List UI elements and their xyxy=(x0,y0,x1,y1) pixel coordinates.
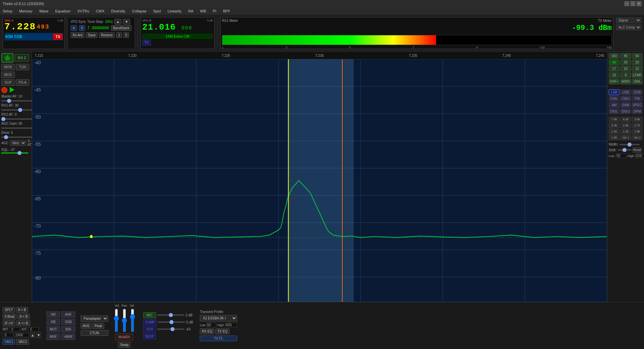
menu-pi[interactable]: PI xyxy=(212,8,218,14)
multirx-btn[interactable]: MultiRX xyxy=(115,334,133,341)
filter-3-3k[interactable]: 3.3k xyxy=(609,123,619,128)
vox-button[interactable]: VOX xyxy=(143,326,156,332)
low-input-right[interactable] xyxy=(616,154,627,158)
sql-slider[interactable] xyxy=(1,152,28,154)
filter-1k[interactable]: 1.0k xyxy=(609,135,619,140)
tx-fl-btn[interactable]: TX FL xyxy=(200,336,237,341)
filter-3-6k[interactable]: 3.6k xyxy=(632,117,643,122)
menu-bpf[interactable]: BPF xyxy=(222,8,231,14)
menu-spot[interactable]: Spot xyxy=(152,8,162,14)
menu-wave[interactable]: Wave xyxy=(38,8,50,14)
tun-button[interactable]: TUN xyxy=(16,64,29,70)
band-80[interactable]: 80 xyxy=(620,53,631,59)
mode-fm[interactable]: FM xyxy=(632,96,643,102)
mode-am[interactable]: AM xyxy=(609,102,619,108)
a-o-b-btn[interactable]: A <> B xyxy=(16,320,30,326)
minimize-btn[interactable]: ─ xyxy=(624,1,629,6)
signal-select[interactable]: Signal xyxy=(616,17,641,23)
menu-equalizer[interactable]: Equalizer xyxy=(54,8,72,14)
band-wwv[interactable]: WWV xyxy=(620,79,631,84)
menu-wb[interactable]: WB xyxy=(199,8,207,14)
dexp-button[interactable]: DEXP xyxy=(143,334,156,339)
band-vhf[interactable]: VHF+ xyxy=(609,79,619,84)
avg-btn[interactable]: AVG xyxy=(81,323,91,329)
vox-slider[interactable] xyxy=(157,328,184,330)
reset-button[interactable]: Reset xyxy=(633,147,642,153)
mode-sam[interactable]: SAM xyxy=(620,102,631,108)
vfo-b-sync-btn[interactable]: B xyxy=(79,25,85,31)
filter-var2[interactable]: Var 2 xyxy=(632,135,643,140)
band-stack-btn[interactable]: BandStack xyxy=(111,25,131,31)
band-30[interactable]: 30 xyxy=(620,60,631,65)
mode-digl[interactable]: DIGL xyxy=(609,109,619,114)
vfo-a-frequency[interactable]: 7.228 493 xyxy=(4,22,63,32)
filter-2-7k[interactable]: 2.7k xyxy=(632,123,643,128)
mnf-btn[interactable]: MNF xyxy=(46,334,61,340)
high-input-right[interactable] xyxy=(635,154,644,158)
filter-2-1k[interactable]: 2.1k xyxy=(620,129,631,134)
nb-btn[interactable]: NB xyxy=(46,319,61,325)
peak-btn[interactable]: Peak xyxy=(92,323,104,329)
rx-eq-btn[interactable]: RX EQ xyxy=(200,328,214,334)
band-12[interactable]: 12 xyxy=(632,66,643,72)
band-15[interactable]: 15 xyxy=(620,66,631,72)
beat-btn[interactable]: 0 Beat xyxy=(3,314,16,319)
menu-ra[interactable]: RA xyxy=(187,8,195,14)
alc-select[interactable]: ALC Comp xyxy=(616,25,641,30)
anf-btn[interactable]: ANF xyxy=(61,311,75,318)
power-button[interactable]: ⏻ xyxy=(1,53,13,63)
plus-mnf-btn[interactable]: +MNF xyxy=(61,334,75,340)
a-lt-b-btn[interactable]: A < B xyxy=(17,314,30,319)
close-btn[interactable]: ✕ xyxy=(637,1,641,6)
filter-7k[interactable]: 7.0k xyxy=(609,117,619,122)
vac2-btn[interactable]: VAC2 xyxy=(16,339,29,345)
rx-ant-btn[interactable]: Rx Ant xyxy=(71,32,84,38)
comp-button[interactable]: COMP xyxy=(143,319,157,325)
menu-diversity[interactable]: Diversity xyxy=(110,8,127,14)
dup-button[interactable]: DUP xyxy=(1,79,15,86)
rit-value[interactable] xyxy=(9,327,20,332)
shift-slider[interactable] xyxy=(618,149,631,151)
filter-var1[interactable]: Var 1 xyxy=(620,135,631,140)
splt-btn[interactable]: SPLT xyxy=(3,307,15,313)
mode-cwu[interactable]: CWU xyxy=(620,96,631,102)
mut-btn[interactable]: MUT xyxy=(46,326,61,333)
pan-slider-vert[interactable] xyxy=(122,309,127,332)
agc-select[interactable]: MedSlowFast xyxy=(10,140,26,146)
menu-linearity[interactable]: Linearity xyxy=(166,8,183,14)
mic-button[interactable]: MIC xyxy=(143,312,156,318)
restore-btn[interactable]: Restore xyxy=(99,32,115,38)
vac1-btn[interactable]: VAC1 xyxy=(3,339,15,345)
filter-2-9k[interactable]: 2.9k xyxy=(620,123,631,128)
mode-usb[interactable]: USB xyxy=(620,89,631,95)
spectrum-grid[interactable]: -40 -45 -50 -55 -60 -65 -70 -75 -80 xyxy=(32,59,607,302)
filter-1-8k[interactable]: 1.8k xyxy=(632,129,643,134)
high-tx-input[interactable] xyxy=(225,323,237,327)
comp-slider[interactable] xyxy=(158,321,185,323)
band-60[interactable]: 60 xyxy=(632,53,643,59)
mode-dsb[interactable]: DSB xyxy=(632,89,643,95)
bw-input[interactable] xyxy=(15,333,29,337)
swap-btn[interactable]: Swap xyxy=(118,342,130,348)
vfo-b-tx-btn[interactable]: TX xyxy=(142,40,151,45)
panadapter-select[interactable]: Panadapter Waterfall xyxy=(81,315,108,322)
vol-slider-2[interactable] xyxy=(130,309,135,332)
vol-slider-1[interactable] xyxy=(114,309,119,332)
xit-value[interactable] xyxy=(28,327,39,332)
band-6[interactable]: 6 xyxy=(620,72,631,78)
bw-down-btn[interactable]: ▼ xyxy=(36,333,41,338)
mon-button[interactable]: MON xyxy=(1,64,15,70)
ctun-btn[interactable]: CTUN xyxy=(81,330,108,336)
bin-btn[interactable]: BIN xyxy=(61,326,75,333)
band-swl[interactable]: SWL xyxy=(632,79,643,84)
tx-button[interactable]: TX xyxy=(53,34,63,40)
mode-cwl[interactable]: CWL xyxy=(609,96,619,102)
preset-1-btn[interactable]: 1 xyxy=(116,32,122,38)
tune-up-btn[interactable]: ▲ xyxy=(114,19,122,25)
nr-btn[interactable]: NR xyxy=(46,311,61,318)
band-17[interactable]: 17 xyxy=(609,66,619,72)
mox-button[interactable]: MOX xyxy=(1,72,15,78)
tune-down-btn[interactable]: ▼ xyxy=(123,19,130,25)
play-button[interactable] xyxy=(10,87,14,92)
save-btn[interactable]: Save xyxy=(86,32,98,38)
